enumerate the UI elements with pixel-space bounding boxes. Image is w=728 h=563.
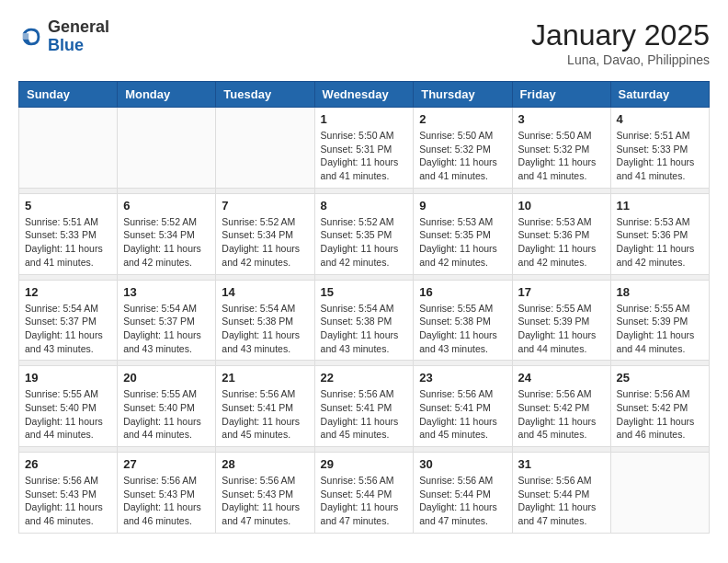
day-info: Sunrise: 5:52 AM Sunset: 5:34 PM Dayligh… — [123, 215, 210, 270]
day-cell: 14Sunrise: 5:54 AM Sunset: 5:38 PM Dayli… — [216, 280, 314, 361]
day-number: 23 — [419, 371, 506, 385]
day-cell: 28Sunrise: 5:56 AM Sunset: 5:43 PM Dayli… — [216, 453, 314, 534]
logo-icon — [18, 24, 44, 50]
day-cell: 23Sunrise: 5:56 AM Sunset: 5:41 PM Dayli… — [414, 366, 512, 447]
day-number: 26 — [25, 457, 111, 471]
weekday-header-tuesday: Tuesday — [216, 82, 314, 108]
week-row-1: 1Sunrise: 5:50 AM Sunset: 5:31 PM Daylig… — [19, 108, 710, 189]
weekday-header-friday: Friday — [512, 82, 610, 108]
day-cell: 20Sunrise: 5:55 AM Sunset: 5:40 PM Dayli… — [118, 366, 216, 447]
day-cell: 16Sunrise: 5:55 AM Sunset: 5:38 PM Dayli… — [414, 280, 512, 361]
day-number: 24 — [518, 371, 605, 385]
day-cell: 22Sunrise: 5:56 AM Sunset: 5:41 PM Dayli… — [314, 366, 414, 447]
day-cell: 9Sunrise: 5:53 AM Sunset: 5:35 PM Daylig… — [414, 193, 512, 274]
day-info: Sunrise: 5:56 AM Sunset: 5:43 PM Dayligh… — [222, 474, 308, 528]
day-number: 16 — [419, 285, 506, 299]
day-number: 12 — [25, 285, 111, 299]
day-info: Sunrise: 5:54 AM Sunset: 5:37 PM Dayligh… — [25, 302, 111, 356]
day-number: 1 — [321, 112, 408, 126]
weekday-header-monday: Monday — [118, 82, 216, 108]
day-cell: 24Sunrise: 5:56 AM Sunset: 5:42 PM Dayli… — [512, 366, 610, 447]
day-info: Sunrise: 5:56 AM Sunset: 5:42 PM Dayligh… — [617, 387, 703, 442]
day-number: 18 — [617, 285, 703, 299]
day-info: Sunrise: 5:56 AM Sunset: 5:41 PM Dayligh… — [419, 387, 506, 442]
day-info: Sunrise: 5:53 AM Sunset: 5:36 PM Dayligh… — [617, 215, 703, 270]
day-info: Sunrise: 5:56 AM Sunset: 5:44 PM Dayligh… — [419, 474, 506, 528]
day-number: 4 — [617, 112, 703, 126]
day-number: 9 — [419, 199, 506, 213]
calendar: SundayMondayTuesdayWednesdayThursdayFrid… — [18, 81, 710, 534]
day-cell: 17Sunrise: 5:55 AM Sunset: 5:39 PM Dayli… — [512, 280, 610, 361]
day-info: Sunrise: 5:50 AM Sunset: 5:31 PM Dayligh… — [321, 129, 408, 183]
day-number: 17 — [518, 285, 605, 299]
week-row-2: 5Sunrise: 5:51 AM Sunset: 5:33 PM Daylig… — [19, 193, 710, 274]
day-info: Sunrise: 5:51 AM Sunset: 5:33 PM Dayligh… — [617, 129, 703, 183]
location: Luna, Davao, Philippines — [531, 52, 710, 67]
day-cell — [610, 453, 709, 534]
day-info: Sunrise: 5:55 AM Sunset: 5:38 PM Dayligh… — [419, 302, 506, 356]
weekday-header-sunday: Sunday — [19, 82, 118, 108]
day-cell: 10Sunrise: 5:53 AM Sunset: 5:36 PM Dayli… — [512, 193, 610, 274]
day-cell: 5Sunrise: 5:51 AM Sunset: 5:33 PM Daylig… — [19, 193, 118, 274]
day-info: Sunrise: 5:53 AM Sunset: 5:36 PM Dayligh… — [518, 215, 605, 270]
day-number: 29 — [321, 457, 408, 471]
weekday-header-row: SundayMondayTuesdayWednesdayThursdayFrid… — [19, 82, 710, 108]
day-number: 15 — [321, 285, 408, 299]
day-number: 20 — [123, 371, 210, 385]
day-info: Sunrise: 5:55 AM Sunset: 5:39 PM Dayligh… — [518, 302, 605, 356]
day-info: Sunrise: 5:50 AM Sunset: 5:32 PM Dayligh… — [419, 129, 506, 183]
day-number: 14 — [222, 285, 308, 299]
day-info: Sunrise: 5:55 AM Sunset: 5:39 PM Dayligh… — [617, 302, 703, 356]
day-info: Sunrise: 5:56 AM Sunset: 5:43 PM Dayligh… — [25, 474, 111, 528]
day-cell: 3Sunrise: 5:50 AM Sunset: 5:32 PM Daylig… — [512, 108, 610, 189]
day-info: Sunrise: 5:54 AM Sunset: 5:37 PM Dayligh… — [123, 302, 210, 356]
day-cell: 15Sunrise: 5:54 AM Sunset: 5:38 PM Dayli… — [314, 280, 414, 361]
day-number: 22 — [321, 371, 408, 385]
day-cell: 7Sunrise: 5:52 AM Sunset: 5:34 PM Daylig… — [216, 193, 314, 274]
day-info: Sunrise: 5:50 AM Sunset: 5:32 PM Dayligh… — [518, 129, 605, 183]
weekday-header-saturday: Saturday — [610, 82, 709, 108]
week-row-5: 26Sunrise: 5:56 AM Sunset: 5:43 PM Dayli… — [19, 453, 710, 534]
month-title: January 2025 — [531, 18, 710, 52]
day-cell: 31Sunrise: 5:56 AM Sunset: 5:44 PM Dayli… — [512, 453, 610, 534]
day-info: Sunrise: 5:53 AM Sunset: 5:35 PM Dayligh… — [419, 215, 506, 270]
day-info: Sunrise: 5:56 AM Sunset: 5:42 PM Dayligh… — [518, 387, 605, 442]
day-number: 21 — [222, 371, 308, 385]
day-info: Sunrise: 5:52 AM Sunset: 5:35 PM Dayligh… — [321, 215, 408, 270]
day-number: 8 — [321, 199, 408, 213]
day-cell: 8Sunrise: 5:52 AM Sunset: 5:35 PM Daylig… — [314, 193, 414, 274]
weekday-header-thursday: Thursday — [414, 82, 512, 108]
day-cell: 26Sunrise: 5:56 AM Sunset: 5:43 PM Dayli… — [19, 453, 118, 534]
day-number: 19 — [25, 371, 111, 385]
day-info: Sunrise: 5:56 AM Sunset: 5:44 PM Dayligh… — [321, 474, 408, 528]
day-cell: 2Sunrise: 5:50 AM Sunset: 5:32 PM Daylig… — [414, 108, 512, 189]
day-info: Sunrise: 5:55 AM Sunset: 5:40 PM Dayligh… — [25, 387, 111, 442]
day-number: 2 — [419, 112, 506, 126]
logo-text: General Blue — [48, 18, 109, 55]
day-cell: 1Sunrise: 5:50 AM Sunset: 5:31 PM Daylig… — [314, 108, 414, 189]
day-info: Sunrise: 5:56 AM Sunset: 5:44 PM Dayligh… — [518, 474, 605, 528]
day-number: 3 — [518, 112, 605, 126]
day-info: Sunrise: 5:52 AM Sunset: 5:34 PM Dayligh… — [222, 215, 308, 270]
day-info: Sunrise: 5:51 AM Sunset: 5:33 PM Dayligh… — [25, 215, 111, 270]
day-cell: 27Sunrise: 5:56 AM Sunset: 5:43 PM Dayli… — [118, 453, 216, 534]
day-number: 5 — [25, 199, 111, 213]
title-block: January 2025 Luna, Davao, Philippines — [531, 18, 710, 67]
day-number: 28 — [222, 457, 308, 471]
day-cell: 11Sunrise: 5:53 AM Sunset: 5:36 PM Dayli… — [610, 193, 709, 274]
day-number: 10 — [518, 199, 605, 213]
day-cell: 25Sunrise: 5:56 AM Sunset: 5:42 PM Dayli… — [610, 366, 709, 447]
week-row-4: 19Sunrise: 5:55 AM Sunset: 5:40 PM Dayli… — [19, 366, 710, 447]
day-cell: 13Sunrise: 5:54 AM Sunset: 5:37 PM Dayli… — [118, 280, 216, 361]
day-number: 30 — [419, 457, 506, 471]
day-number: 25 — [617, 371, 703, 385]
day-number: 13 — [123, 285, 210, 299]
day-number: 7 — [222, 199, 308, 213]
day-cell — [19, 108, 118, 189]
day-info: Sunrise: 5:54 AM Sunset: 5:38 PM Dayligh… — [222, 302, 308, 356]
day-cell — [118, 108, 216, 189]
page-header: General Blue January 2025 Luna, Davao, P… — [18, 18, 710, 67]
day-cell: 29Sunrise: 5:56 AM Sunset: 5:44 PM Dayli… — [314, 453, 414, 534]
week-row-3: 12Sunrise: 5:54 AM Sunset: 5:37 PM Dayli… — [19, 280, 710, 361]
day-number: 31 — [518, 457, 605, 471]
